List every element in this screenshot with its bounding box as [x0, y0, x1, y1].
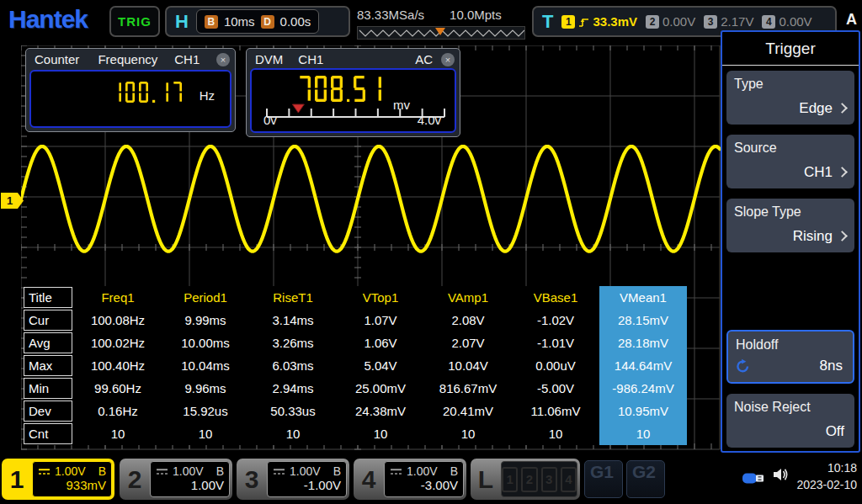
dc-coupling-icon	[390, 468, 402, 475]
measure-cell: 5.04V	[337, 354, 424, 377]
ch1-trigger-level: 33.3mV	[593, 14, 637, 29]
dvm-panel: DVM CH1 AC × mv 0v 4.0v	[246, 48, 460, 137]
channel-2-control[interactable]: 2 1.00V B 1.00V	[120, 459, 232, 500]
measure-cell: 10	[424, 422, 512, 445]
dvm-coupling: AC	[415, 52, 433, 66]
measure-corner-cell: Title	[24, 287, 72, 308]
measure-col-header: VBase1	[512, 286, 599, 309]
ch2-trigger-level: 0.00V	[662, 14, 695, 29]
dc-coupling-icon	[273, 468, 285, 475]
channel-1-control[interactable]: 1 1.00V B 933mV	[2, 459, 114, 500]
group-g1-button[interactable]: G1	[584, 460, 623, 498]
ch3-badge: 3	[704, 15, 717, 29]
rotate-knob-icon	[735, 358, 751, 374]
close-icon[interactable]: ×	[216, 53, 230, 66]
measure-col-header: Period1	[162, 286, 249, 309]
logic-label: L	[471, 459, 501, 500]
channel-2-bandwidth: B	[216, 464, 224, 478]
dvm-value	[299, 76, 386, 105]
measure-cell: 28.18mV	[599, 332, 687, 354]
channel-3-offset: -1.00V	[273, 478, 341, 492]
dvm-title: DVM	[255, 52, 283, 66]
menu-item-noise-reject[interactable]: Noise Reject Off	[726, 394, 854, 448]
menu-item-label: Holdoff	[736, 337, 778, 353]
measure-cell: 9.99ms	[162, 309, 249, 332]
menu-item-label: Type	[734, 77, 764, 92]
menu-item-holdoff[interactable]: Holdoff 8ns	[726, 330, 854, 384]
menu-item-type[interactable]: Type Edge	[726, 71, 854, 125]
measure-cell: 10	[162, 422, 249, 445]
measure-cell: 2.07V	[424, 332, 512, 354]
acquisition-info: 83.33MSa/s 10.0Mpts	[357, 8, 527, 22]
rising-edge-icon	[578, 16, 589, 28]
measure-cell: 10	[337, 422, 424, 445]
usb-icon	[742, 472, 766, 485]
channel-4-scale: 1.00V	[407, 464, 438, 478]
measure-cell: 2.94ms	[249, 377, 337, 400]
menu-item-slope-type[interactable]: Slope Type Rising	[726, 199, 854, 252]
group-g2-button[interactable]: G2	[626, 460, 665, 498]
measure-cell: 24.38mV	[337, 400, 424, 422]
measure-cell: 11.06mV	[512, 400, 599, 422]
measure-row-label: Cur	[24, 310, 72, 331]
timebase-box[interactable]: B 10ms D 0.00s	[196, 9, 319, 34]
measure-cell: 10	[512, 422, 599, 445]
measure-cell: 10.00ms	[162, 332, 249, 354]
measurement-table: TitleFreq1Period1RiseT1VTop1VAmp1VBase1V…	[24, 286, 687, 445]
measure-row-label: Max	[24, 355, 72, 376]
measure-cell: 2.08V	[424, 309, 512, 332]
dvm-scale-min: 0v	[263, 113, 277, 127]
menu-body: Type Edge Source CH1 Slope Type Rising H…	[722, 66, 859, 448]
close-icon[interactable]: ×	[441, 53, 455, 66]
delay-d-badge: D	[261, 15, 274, 29]
measure-cell: 0.00uV	[512, 354, 599, 377]
channel-4-control[interactable]: 4 1.00V B -3.00V	[354, 459, 466, 500]
measure-col-header: Freq1	[74, 286, 162, 309]
dc-coupling-icon	[38, 468, 51, 475]
menu-title: Trigger	[722, 32, 859, 65]
measure-cell: 1.06V	[337, 332, 424, 354]
channel-3-info: 1.00V B -1.00V	[267, 461, 347, 497]
channel-2-number: 2	[120, 459, 150, 500]
ch1-ground-marker[interactable]: 1	[1, 193, 24, 209]
channel-4-bandwidth: B	[450, 464, 458, 478]
measure-cell: 10	[249, 422, 337, 445]
clock-date: 2023-02-10	[796, 476, 857, 493]
menu-item-value: Off	[826, 423, 844, 440]
menu-item-source[interactable]: Source CH1	[726, 135, 854, 188]
menu-empty-slot	[726, 263, 854, 330]
measure-cell: 100.40Hz	[74, 354, 162, 377]
acquisition-mode-indicator: A	[846, 11, 857, 29]
measure-cell: 99.60Hz	[74, 377, 162, 400]
dc-coupling-icon	[156, 468, 168, 475]
measure-cell: -1.01V	[512, 332, 599, 354]
measure-cell: 10.04ms	[162, 354, 249, 377]
dvm-scale-max: 4.0v	[418, 113, 441, 127]
counter-display: Hz	[29, 70, 231, 128]
measure-cell: -1.02V	[512, 309, 599, 332]
measure-cell: 15.92us	[162, 400, 249, 422]
channel-1-offset: 933mV	[38, 478, 106, 492]
measure-row-label: Dev	[24, 401, 72, 422]
ch2-badge: 2	[646, 15, 659, 29]
measure-cell: 9.96ms	[162, 377, 249, 400]
channel-2-scale: 1.00V	[173, 464, 204, 478]
trigger-level-ch3: 3 2.17V	[704, 14, 753, 29]
delay-value: 0.00s	[280, 14, 311, 29]
hantek-logo: Hantek	[8, 5, 88, 34]
channel-3-scale: 1.00V	[290, 464, 321, 478]
timebase-b-badge: B	[205, 15, 218, 29]
dvm-title-row: DVM CH1 AC ×	[247, 49, 460, 70]
channel-2-offset: 1.00V	[156, 478, 224, 492]
logic-channels-control[interactable]: L 1 2 3 4	[471, 459, 580, 500]
counter-value	[112, 82, 186, 106]
horizontal-panel[interactable]: H B 10ms D 0.00s	[165, 6, 350, 37]
logic-digits: 1 2 3 4	[501, 461, 577, 497]
measure-col-header: RiseT1	[249, 286, 337, 309]
counter-panel: Counter Frequency CH1 × Hz	[25, 48, 236, 132]
menu-item-value: CH1	[804, 164, 833, 181]
measure-cell: 100.08Hz	[74, 309, 162, 332]
logic-digit-4: 4	[561, 467, 577, 492]
channel-2-info: 1.00V B 1.00V	[150, 461, 230, 497]
channel-3-control[interactable]: 3 1.00V B -1.00V	[237, 459, 349, 500]
